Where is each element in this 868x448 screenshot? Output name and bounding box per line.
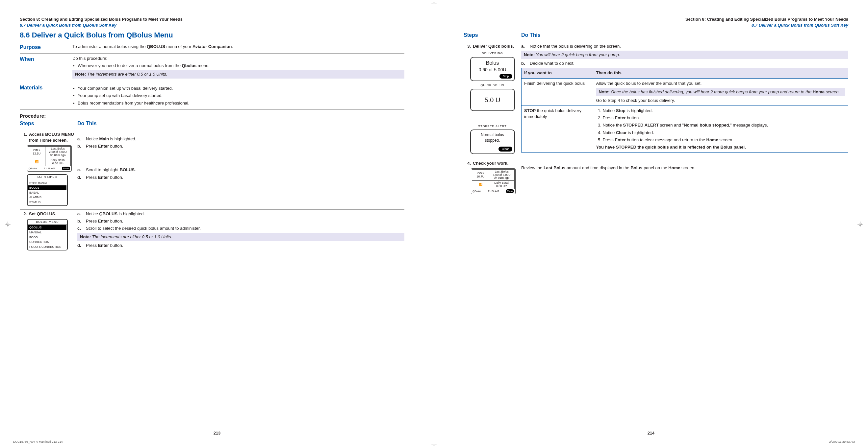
step-4-title: 4. Check your work. — [464, 161, 521, 166]
sub-letter: b. — [77, 143, 86, 149]
menu-item: ALARMS — [28, 195, 66, 200]
step-left-col: 2. Set QBOLUS. BOLUS MENU QBOLUS MANUAL … — [20, 211, 77, 251]
sub-letter: a. — [77, 211, 86, 217]
text: Notice — [86, 136, 99, 141]
softkey-main: Main — [62, 167, 70, 170]
text-bold: QBOLUS. — [37, 211, 56, 216]
text: Press — [86, 144, 98, 148]
text-bold: Enter — [615, 115, 625, 120]
device-line: Bolus — [473, 60, 512, 67]
step-2a: a.Notice QBOLUS is highlighted. — [77, 211, 404, 217]
device-home-screen-2: IOB ≥16.7U Last Bolus5.00 of 5.00U0h 01m… — [471, 168, 516, 195]
dothis-header: Do This — [77, 120, 404, 127]
menu-item: BASAL — [28, 190, 66, 195]
text-bold: Last Bolus — [544, 165, 565, 170]
device-stopped-alert: Normal bolus stopped. Clear — [470, 130, 515, 154]
device-home-screen: IOB ≥12.1U Last Bolus2.50 of 8.00U0h 01m… — [27, 145, 72, 172]
steps-header: Steps — [464, 32, 521, 39]
step-3a: a.Notice that the bolus is delivering on… — [521, 43, 848, 49]
sub-letter: c. — [77, 167, 86, 173]
menu-item: FOOD & CORRECTION — [28, 245, 66, 249]
device-value: 5.0 U — [473, 95, 512, 105]
purpose-row: Purpose To administer a normal bolus usi… — [20, 42, 404, 53]
running-header: Section 8: Creating and Editing Speciali… — [20, 16, 404, 22]
sub-letter: a. — [77, 136, 86, 142]
softkey-main: Main — [506, 189, 514, 193]
device-delivering-wrapper: DELIVERING Bolus 0.60 of 5.00U Stop — [464, 51, 521, 81]
text: button. — [109, 144, 123, 148]
steps-header: Steps — [20, 120, 77, 127]
text-bold: Aviator Companion — [192, 44, 231, 49]
decision-th-then: Then do this — [593, 68, 848, 78]
list-item: Notice Clear is highlighted. — [602, 130, 845, 136]
step-1d: d.Press Enter button. — [77, 175, 404, 180]
step-number: 4. — [464, 161, 473, 166]
text-bold: Home — [707, 137, 718, 142]
step-2-note: Note: The increments are either 0.5 or 1… — [77, 233, 404, 241]
text: Whenever you need to deliver a normal bo… — [78, 63, 182, 68]
decision-row-stop: STOP the quick bolus delivery immediatel… — [522, 106, 848, 152]
text: . — [231, 44, 233, 49]
step-1-title: 1. Access BOLUS MENU from Home screen. — [20, 132, 77, 143]
text-bold: Home — [668, 165, 680, 170]
sub-text: Press Enter button. — [86, 175, 404, 180]
step-left-col: 1. Access BOLUS MENU from Home screen. I… — [20, 132, 77, 206]
step-number: 3. — [464, 43, 473, 49]
text: Press — [86, 243, 98, 248]
step-right-col: a.Notice QBOLUS is highlighted. b.Press … — [77, 211, 404, 250]
text-bold: Deliver Quick bolus. — [473, 44, 514, 49]
text: button. — [626, 115, 640, 120]
text: Notice the — [602, 123, 623, 128]
text: IOB ≥ — [477, 172, 484, 175]
text-bold: Enter — [98, 175, 109, 180]
device-quickbolus-wrapper: QUICK BOLUS 5.0 U — [464, 83, 521, 111]
page-spread: Section 8: Creating and Editing Speciali… — [0, 0, 868, 448]
materials-bullet: Your companion set up with basal deliver… — [72, 85, 404, 91]
text: QBolus — [29, 167, 37, 170]
text: button. — [109, 243, 123, 248]
decision-if: Finish delivering the quick bolus — [522, 78, 593, 106]
step-left-col: 4. Check your work. IOB ≥16.7U Last Bolu… — [464, 161, 521, 196]
text: QBolus — [472, 189, 481, 193]
step-right-col: a.Notice Main is highlighted. b.Press En… — [77, 132, 404, 182]
note-label: Note: — [598, 90, 609, 94]
device-main-menu: MAIN MENU STOP BASAL BOLUS BASAL ALARMS … — [27, 174, 68, 206]
text: 0h 01m ago — [494, 176, 510, 179]
print-footer-left: DOC15736_Rev-A-Man.indd 213-214 — [13, 440, 63, 444]
menu-item: CORRECTION — [28, 240, 66, 245]
device-title: MAIN MENU — [28, 175, 67, 180]
text-bold: QBOLUS — [99, 211, 118, 216]
decision-then: Allow the quick bolus to deliver the amo… — [593, 78, 848, 106]
decision-then: Notice Stop is highlighted. Press Enter … — [593, 106, 848, 152]
step-title: Set QBOLUS. — [29, 211, 77, 217]
step-1a: a.Notice Main is highlighted. — [77, 136, 404, 142]
text-bold: BOLUS — [120, 167, 135, 172]
text: panel on the — [643, 165, 669, 170]
text: Press — [602, 115, 615, 120]
device-title: DELIVERING — [464, 51, 521, 56]
sub-text: Decide what to do next. — [530, 61, 848, 66]
text: is highlighted. — [626, 130, 654, 135]
text: Press — [602, 137, 615, 142]
when-bullet: Whenever you need to deliver a normal bo… — [72, 63, 404, 69]
text: 12.1U — [33, 152, 40, 155]
text: Scroll to highlight — [86, 167, 120, 172]
decision-th-if: If you want to — [522, 68, 593, 78]
text-bold: Main — [99, 136, 109, 141]
text: 0.80 U/h — [52, 162, 63, 165]
text-bold: Enter — [98, 218, 109, 223]
text-bold: Home — [813, 90, 825, 94]
device-line: 0.60 of 5.00U — [473, 67, 512, 73]
text: Last Bolus — [495, 170, 509, 173]
when-label: When — [20, 56, 72, 63]
text: Daily Basal — [494, 181, 509, 184]
text: is highlighted. — [625, 108, 653, 113]
procedure-heading: Procedure: — [20, 112, 404, 119]
sub-letter: d. — [77, 175, 86, 180]
step-1c: c.Scroll to highlight BOLUS. — [77, 167, 404, 173]
step-title: Deliver Quick bolus. — [473, 43, 521, 49]
device-stopped-wrapper: STOPPED ALERT Normal bolus stopped. Clea… — [464, 124, 521, 154]
text: 11:24 AM — [488, 189, 499, 193]
step-title: Check your work. — [473, 161, 521, 166]
device-quickbolus: 5.0 U — [470, 89, 515, 111]
